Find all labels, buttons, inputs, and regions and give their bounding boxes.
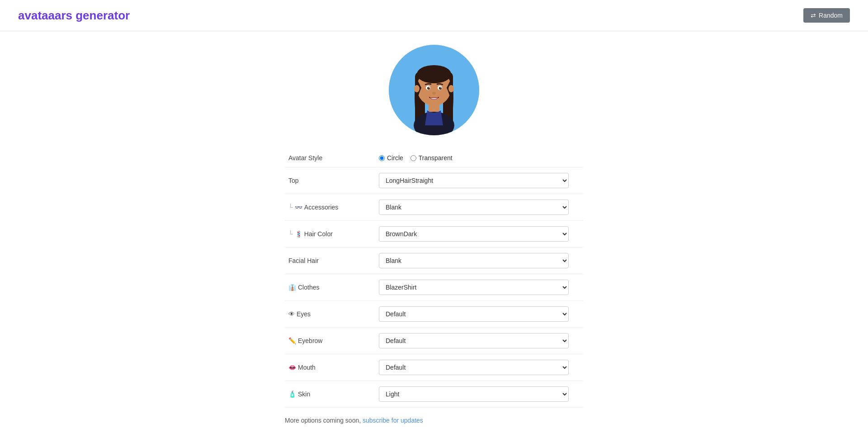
circle-radio[interactable] (379, 155, 385, 161)
eyebrow-control-cell: DefaultAngryAngryNaturalDefaultNaturalFl… (375, 328, 583, 354)
svg-point-9 (427, 87, 430, 90)
eyebrow-label-text: Eyebrow (298, 337, 322, 344)
transparent-label: Transparent (419, 154, 453, 162)
eyebrow-select[interactable]: DefaultAngryAngryNaturalDefaultNaturalFl… (379, 333, 569, 348)
svg-point-13 (432, 92, 436, 95)
hair-color-select[interactable]: AuburnBlackBlondeBlondeGoldenBrownBrownD… (379, 226, 569, 242)
mouth-control-cell: DefaultConcernedDisbeliefEatingGrimaceSa… (375, 354, 583, 381)
avatar-circle (389, 45, 479, 135)
subscribe-link[interactable]: subscribe for updates (363, 417, 423, 424)
eyes-label-text: Eyes (297, 310, 311, 318)
mouth-row: 👄MouthDefaultConcernedDisbeliefEatingGri… (285, 354, 583, 381)
footer-note: More options coming soon, subscribe for … (285, 417, 583, 424)
eyebrow-emoji: ✏️ (288, 337, 296, 344)
avatar-style-label: Avatar Style (285, 149, 375, 167)
accessories-select[interactable]: BlankKurtPrescription01Prescription02Rou… (379, 200, 569, 215)
app-title: avataaars generator (18, 9, 130, 23)
clothes-label: 👔Clothes (285, 274, 375, 301)
facial-hair-row: Facial HairBlankBeardMediumBeardLightBea… (285, 248, 583, 274)
svg-point-14 (414, 85, 420, 92)
avatar-svg (389, 45, 479, 135)
eyebrow-label: ✏️Eyebrow (285, 328, 375, 354)
skin-select[interactable]: LightTannedYellowPaleGoldBrownDarkBrownB… (379, 386, 569, 402)
mouth-emoji: 👄 (288, 364, 296, 371)
avatar-preview-container (285, 45, 583, 135)
mouth-label-text: Mouth (298, 364, 316, 371)
eyebrow-row: ✏️EyebrowDefaultAngryAngryNaturalDefault… (285, 328, 583, 354)
transparent-option[interactable]: Transparent (410, 154, 453, 162)
main-content: Avatar Style Circle Transparent (276, 31, 592, 438)
accessories-label: └ 👓Accessories (285, 194, 375, 221)
top-select[interactable]: LongHairStraightLongHairBigShortHairShor… (379, 173, 569, 188)
avatar-style-controls: Circle Transparent (375, 149, 583, 167)
svg-point-11 (429, 87, 429, 88)
random-button-label: Random (819, 12, 843, 19)
mouth-select[interactable]: DefaultConcernedDisbeliefEatingGrimaceSa… (379, 360, 569, 375)
circle-label: Circle (387, 154, 403, 162)
facial-hair-label-text: Facial Hair (288, 257, 319, 264)
top-label-text: Top (288, 177, 299, 184)
skin-row: 🧴SkinLightTannedYellowPaleGoldBrownDarkB… (285, 381, 583, 408)
controls-table: TopLongHairStraightLongHairBigShortHairS… (285, 167, 583, 408)
svg-point-10 (439, 87, 442, 90)
options-table: Avatar Style Circle Transparent (285, 149, 583, 167)
svg-point-15 (448, 85, 454, 92)
accessories-row: └ 👓AccessoriesBlankKurtPrescription01Pre… (285, 194, 583, 221)
hair-color-row: └ 💈Hair ColorAuburnBlackBlondeBlondeGold… (285, 221, 583, 248)
accessories-emoji: 👓 (295, 204, 302, 211)
hair-color-label: └ 💈Hair Color (285, 221, 375, 248)
clothes-select[interactable]: BlazerShirtBlazerSweaterCollarSweaterGra… (379, 280, 569, 295)
transparent-radio[interactable] (410, 155, 416, 161)
clothes-label-text: Clothes (298, 284, 319, 291)
mouth-label: 👄Mouth (285, 354, 375, 381)
footer-text: More options coming soon, (285, 417, 361, 424)
hair-color-control-cell: AuburnBlackBlondeBlondeGoldenBrownBrownD… (375, 221, 583, 248)
top-label: Top (285, 167, 375, 194)
eyes-label: 👁Eyes (285, 301, 375, 328)
random-button[interactable]: ⇄ Random (803, 8, 850, 23)
eyes-emoji: 👁 (288, 310, 295, 318)
facial-hair-label: Facial Hair (285, 248, 375, 274)
skin-control-cell: LightTannedYellowPaleGoldBrownDarkBrownB… (375, 381, 583, 408)
eyes-select[interactable]: DefaultCloseCryDizzyEyeRollHappyHeartsSi… (379, 306, 569, 322)
clothes-row: 👔ClothesBlazerShirtBlazerSweaterCollarSw… (285, 274, 583, 301)
facial-hair-control-cell: BlankBeardMediumBeardLightBeardMagesticM… (375, 248, 583, 274)
skin-label: 🧴Skin (285, 381, 375, 408)
skin-label-text: Skin (298, 390, 310, 398)
clothes-control-cell: BlazerShirtBlazerSweaterCollarSweaterGra… (375, 274, 583, 301)
eyes-control-cell: DefaultCloseCryDizzyEyeRollHappyHeartsSi… (375, 301, 583, 328)
accessories-label-text: Accessories (304, 204, 338, 211)
top-row: TopLongHairStraightLongHairBigShortHairS… (285, 167, 583, 194)
random-icon: ⇄ (811, 12, 816, 19)
hair-color-label-text: Hair Color (304, 230, 333, 238)
facial-hair-select[interactable]: BlankBeardMediumBeardLightBeardMagesticM… (379, 253, 569, 268)
avatar-style-row: Avatar Style Circle Transparent (285, 149, 583, 167)
avatar-style-radio-group: Circle Transparent (379, 154, 580, 162)
hair-color-emoji: 💈 (295, 230, 302, 238)
top-control-cell: LongHairStraightLongHairBigShortHairShor… (375, 167, 583, 194)
accessories-control-cell: BlankKurtPrescription01Prescription02Rou… (375, 194, 583, 221)
app-header: avataaars generator ⇄ Random (0, 0, 868, 31)
skin-emoji: 🧴 (288, 390, 296, 398)
svg-point-12 (440, 87, 441, 88)
circle-option[interactable]: Circle (379, 154, 403, 162)
clothes-emoji: 👔 (288, 284, 296, 291)
eyes-row: 👁EyesDefaultCloseCryDizzyEyeRollHappyHea… (285, 301, 583, 328)
